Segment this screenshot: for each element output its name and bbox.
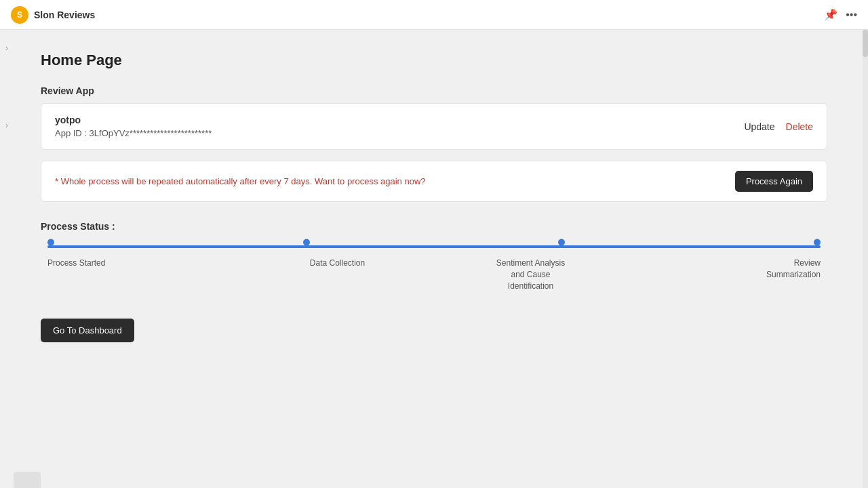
page-title: Home Page xyxy=(41,52,827,69)
scrollbar-track[interactable] xyxy=(863,30,868,364)
app-title: Slon Reviews xyxy=(34,9,95,20)
topbar-right: 📌 ••• xyxy=(824,8,857,21)
step-label-1: Process Started xyxy=(47,258,241,291)
review-app-card: yotpo App ID : 3LfOpYVz*****************… xyxy=(41,103,827,150)
app-logo: S xyxy=(11,6,28,24)
step-label-2: Data Collection xyxy=(241,258,434,291)
step-label-4: ReviewSummarization xyxy=(627,258,821,291)
process-again-button[interactable]: Process Again xyxy=(735,171,813,192)
process-banner-text: * Whole process will be repeated automat… xyxy=(55,176,426,186)
review-app-name: yotpo xyxy=(55,115,212,125)
process-again-banner: * Whole process will be repeated automat… xyxy=(41,161,827,202)
review-app-actions: Update Delete xyxy=(744,121,813,132)
progress-container: Process Started Data Collection Sentimen… xyxy=(41,245,827,291)
delete-link[interactable]: Delete xyxy=(786,121,813,132)
progress-dot-3 xyxy=(558,239,565,246)
update-link[interactable]: Update xyxy=(744,121,774,132)
topbar-left: S Slon Reviews xyxy=(11,6,95,24)
step-label-3: Sentiment Analysisand CauseIdentificatio… xyxy=(434,258,627,291)
progress-dots xyxy=(47,245,821,249)
progress-labels: Process Started Data Collection Sentimen… xyxy=(47,258,821,291)
scrollbar-thumb[interactable] xyxy=(863,30,868,57)
sidebar-expand-arrow-2[interactable]: › xyxy=(5,121,8,130)
progress-dot-4 xyxy=(814,239,821,246)
go-to-dashboard-button[interactable]: Go To Dashboard xyxy=(41,319,134,342)
sidebar: › › xyxy=(0,30,14,364)
more-options-icon[interactable]: ••• xyxy=(846,9,857,21)
topbar: S Slon Reviews 📌 ••• xyxy=(0,0,868,30)
progress-dot-1 xyxy=(47,239,54,246)
review-app-info: yotpo App ID : 3LfOpYVz*****************… xyxy=(55,115,212,138)
review-app-id: App ID : 3LfOpYVz***********************… xyxy=(55,128,212,138)
progress-track xyxy=(47,245,821,248)
review-app-section-label: Review App xyxy=(41,85,827,96)
progress-dot-2 xyxy=(303,239,310,246)
process-status-label: Process Status : xyxy=(41,221,827,232)
main-content: Home Page Review App yotpo App ID : 3LfO… xyxy=(14,30,854,364)
sidebar-expand-arrow[interactable]: › xyxy=(5,43,8,53)
pin-icon[interactable]: 📌 xyxy=(824,8,837,21)
